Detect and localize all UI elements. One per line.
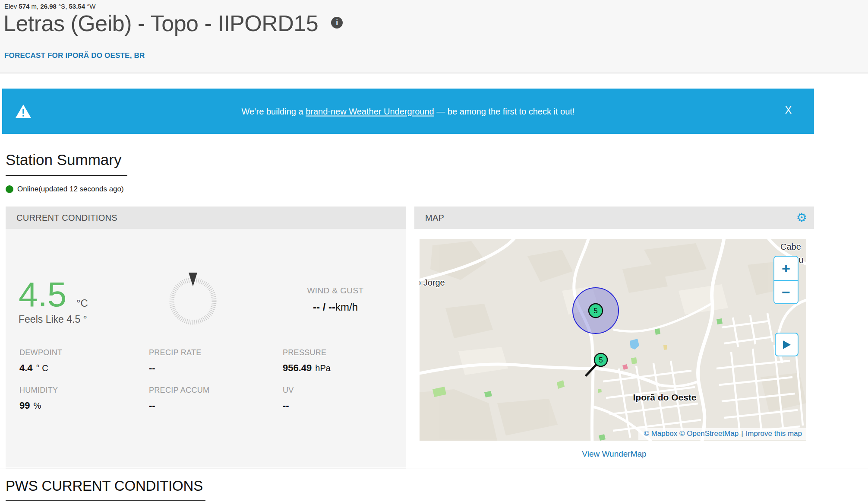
wind-gust-label: WIND & GUST [279,286,391,295]
station-name: Letras (Geib) - Topo - IIPORD15 [3,11,318,36]
info-icon[interactable]: i [331,17,343,29]
zoom-out-button[interactable]: − [774,280,798,303]
status-text: Online(updated 12 seconds ago) [17,185,124,194]
temperature-value: 4.5 [19,277,66,312]
svg-text:5: 5 [599,356,603,364]
zoom-control: + − [773,256,799,304]
current-conditions-panel: CURRENT CONDITIONS 4.5 °C Feels Like 4.5… [6,207,406,469]
openstreetmap-link[interactable]: © OpenStreetMap [679,429,739,438]
station-marker-1[interactable]: 5 [589,304,603,318]
wind-gust-block: WIND & GUST -- / --km/h [279,286,391,313]
zoom-in-button[interactable]: + [774,257,798,280]
metric-pressure: PRESSURE 956.49hPa [283,348,408,374]
latitude-value: 26.98 [40,3,57,10]
station-summary-heading: Station Summary [6,151,127,176]
play-button[interactable] [775,333,799,356]
temperature-unit: °C [76,297,88,309]
mapbox-link[interactable]: © Mapbox [644,429,677,438]
town-label: Iporã do Oeste [617,392,712,403]
view-wundermap-link[interactable]: View WunderMap [582,449,646,458]
map-canvas[interactable]: 5 5 Iporã do Oeste o Jorge Cabe Taqu [420,239,806,441]
map-body: 5 5 Iporã do Oeste o Jorge Cabe Taqu [414,229,814,469]
metric-uv: UV -- [283,386,408,411]
pond [630,339,639,349]
map-attribution: © Mapbox © OpenStreetMap|Improve this ma… [638,428,806,440]
metric-humidity: HUMIDITY 99% [19,386,145,411]
current-conditions-body: 4.5 °C Feels Like 4.5 ° WIND & GUST -- /… [6,229,406,469]
banner-message: We’re building a brand-new Weather Under… [2,106,814,116]
metric-dewpoint: DEWPOINT 4.4° C [19,348,145,374]
place-label-jorge: o Jorge [420,278,445,288]
banner-text-prefix: We’re building a [242,106,306,116]
metric-precip-accum: PRECIP ACCUM -- [149,386,274,411]
improve-map-link[interactable]: Improve this map [746,429,802,438]
longitude-unit: °W [87,3,95,10]
compass-pointer-icon [189,273,197,286]
pws-current-conditions-heading: PWS CURRENT CONDITIONS [6,478,205,501]
elev-value: 574 [19,3,29,10]
map-header: MAP ⚙ [414,207,814,229]
status-dot-icon [6,185,13,193]
view-wundermap: View WunderMap [414,449,814,459]
elev-unit: m, [32,3,39,10]
feels-like-text: Feels Like 4.5 ° [19,314,87,325]
play-icon [782,340,792,350]
gear-icon[interactable]: ⚙ [796,207,807,229]
current-conditions-header: CURRENT CONDITIONS [6,207,406,229]
banner-link[interactable]: brand-new Weather Underground [306,106,434,116]
page-title: Letras (Geib) - Topo - IIPORD15 i [3,10,343,36]
elev-label: Elev [4,3,17,10]
wind-gust-value: -- / --km/h [279,301,391,313]
metric-precip-rate: PRECIP RATE -- [149,348,274,374]
forecast-link[interactable]: FORECAST FOR IPORÃ DO OESTE, BR [4,51,145,60]
wind-compass-icon [163,271,223,333]
announcement-banner: We’re building a brand-new Weather Under… [2,89,814,134]
longitude-value: 53.54 [69,3,85,10]
banner-text-suffix: — be among the first to check it out! [434,106,575,116]
section-divider [0,468,868,468]
weather-station-page: Elev 574 m, 26.98 °S, 53.54 °W Letras (G… [0,0,868,502]
latitude-unit: °S, [58,3,67,10]
svg-text:5: 5 [593,307,597,315]
map-panel: MAP ⚙ [414,207,814,469]
close-icon[interactable]: X [785,105,792,116]
station-marker-2[interactable]: 5 [586,353,607,375]
station-coordinates: Elev 574 m, 26.98 °S, 53.54 °W [4,3,95,10]
online-status: Online(updated 12 seconds ago) [6,185,124,194]
